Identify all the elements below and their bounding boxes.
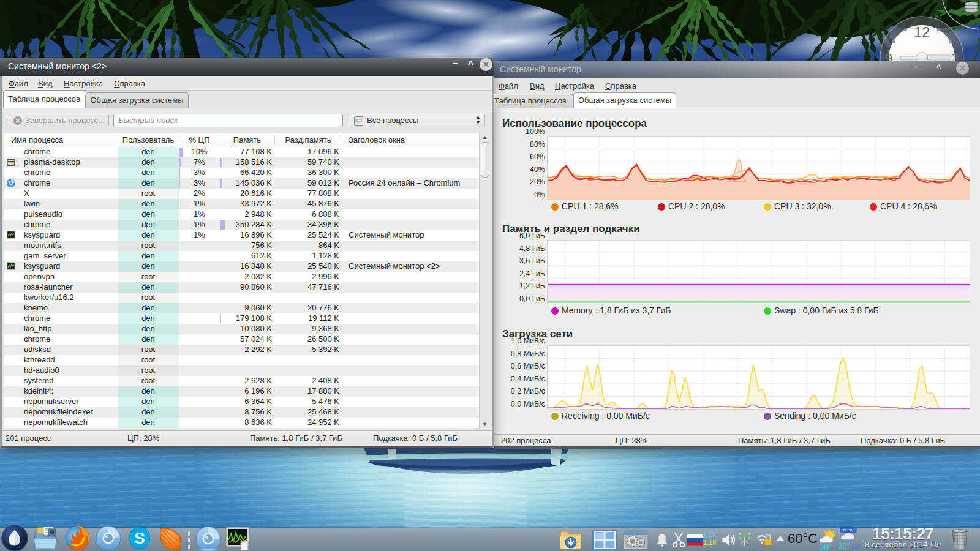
svg-text:BUSY: BUSY — [843, 528, 853, 532]
svg-text:S: S — [134, 529, 145, 547]
svg-text:12: 12 — [914, 24, 930, 40]
svg-text:9: 9 — [885, 51, 892, 61]
